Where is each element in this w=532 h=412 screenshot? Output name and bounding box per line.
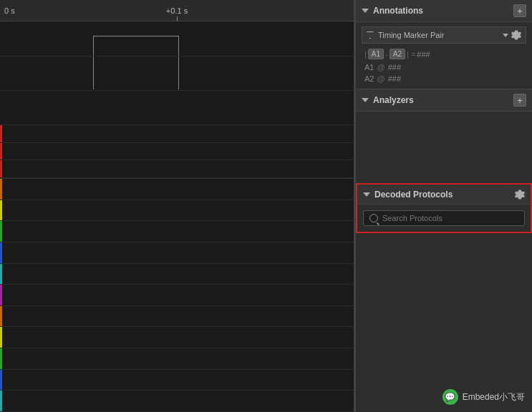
- annotations-collapse-icon[interactable]: [362, 9, 369, 13]
- search-protocols-placeholder: Search Protocols: [382, 214, 442, 222]
- a1-a2-equation-row: | A1 - A2 | = ###: [362, 46, 526, 62]
- a2-value-row: A2 @ ###: [362, 73, 526, 84]
- channel-row-blue-1: [0, 242, 354, 264]
- middle-section: [0, 125, 354, 179]
- channel-row-orange-1: [0, 179, 354, 200]
- annotations-title: Annotations: [373, 6, 513, 16]
- channel-row-yellow-2: [0, 327, 354, 348]
- annotations-section-header: Annotations +: [356, 0, 532, 22]
- channel-row-cyan-1: [0, 264, 354, 285]
- channel-row-orange-2: [0, 306, 354, 328]
- timing-marker-label: Timing Marker Pair: [378, 31, 503, 39]
- analyzers-section-header: Analyzers +: [356, 89, 532, 112]
- bottom-section: [0, 179, 354, 412]
- channel-row-magenta-1: [0, 285, 354, 306]
- time-label-left: 0 s: [4, 6, 15, 15]
- decoded-protocols-title: Decoded Protocols: [374, 190, 515, 200]
- left-panel: 0 s +0.1 s: [0, 0, 356, 412]
- analyzers-add-button[interactable]: +: [513, 94, 526, 107]
- watermark: 💬 Embeded小飞哥: [442, 389, 525, 405]
- timing-marker-row[interactable]: Timing Marker Pair: [362, 26, 526, 44]
- annotations-content: Timing Marker Pair | A1 - A2 | = ### A1 …: [356, 22, 532, 89]
- signal-top-channel: [0, 21, 354, 125]
- channel-row-cyan-2: [0, 391, 354, 412]
- decoded-protocols-collapse-icon[interactable]: [363, 192, 370, 197]
- channel-row-blue-2: [0, 370, 354, 391]
- timing-dropdown-arrow[interactable]: [503, 34, 508, 37]
- time-label-center: +0.1 s: [166, 6, 188, 15]
- analyzers-title: Analyzers: [373, 95, 513, 105]
- channel-row-green-1: [0, 221, 354, 242]
- annotations-add-button[interactable]: +: [513, 4, 526, 17]
- analyzers-collapse-icon[interactable]: [362, 98, 369, 102]
- red-row-2: [0, 143, 354, 161]
- right-panel: Annotations + Timing Marker Pair | A1 - …: [356, 0, 532, 412]
- red-row-1: [0, 125, 354, 143]
- timing-gear-icon[interactable]: [511, 30, 521, 40]
- decoded-protocols-gear-icon[interactable]: [515, 190, 525, 200]
- h-lines-top: [0, 21, 354, 124]
- analyzers-content: [356, 112, 532, 183]
- red-row-3: [0, 160, 354, 178]
- waveform-area: [0, 21, 354, 412]
- remaining-space: [356, 233, 532, 412]
- time-tick: [177, 16, 178, 21]
- decoded-protocols-section: Decoded Protocols Search Protocols: [356, 183, 532, 233]
- filter-icon: [367, 31, 374, 39]
- decoded-protocols-header: Decoded Protocols: [357, 185, 531, 205]
- analyzers-section: Analyzers +: [356, 89, 532, 183]
- search-protocols-bar[interactable]: Search Protocols: [363, 210, 525, 226]
- search-icon: [369, 214, 378, 222]
- wechat-icon: 💬: [442, 389, 458, 405]
- a1-badge: A1: [368, 49, 384, 59]
- channel-row-green-2: [0, 348, 354, 370]
- channel-row-yellow-1: [0, 200, 354, 222]
- a1-value-row: A1 @ ###: [362, 62, 526, 73]
- timeline-header: 0 s +0.1 s: [0, 0, 354, 21]
- a2-badge: A2: [390, 49, 405, 59]
- watermark-text: Embeded小飞哥: [463, 391, 525, 403]
